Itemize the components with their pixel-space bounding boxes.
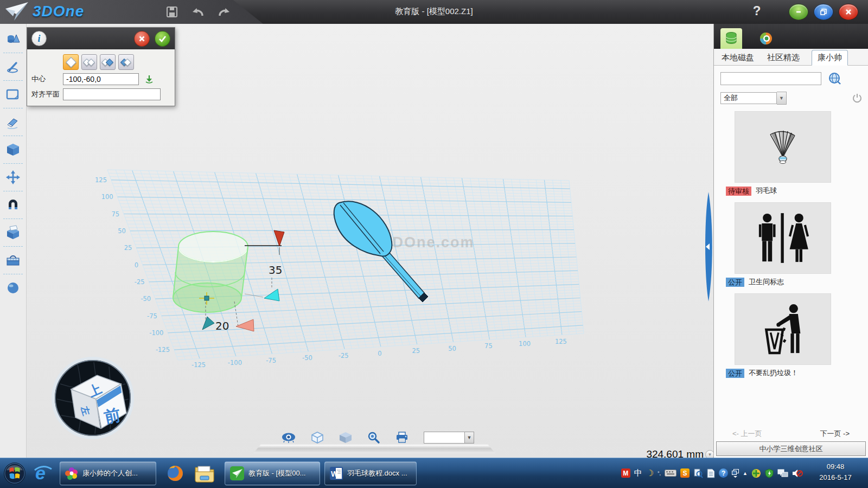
dialog-cancel-button[interactable] — [134, 31, 150, 47]
info-icon: i — [31, 31, 47, 46]
center-input[interactable] — [63, 73, 139, 85]
item-thumbnail-shuttlecock[interactable] — [735, 111, 831, 183]
minimize-button[interactable] — [789, 4, 808, 20]
search-globe-icon[interactable] — [828, 72, 842, 86]
svg-text:0: 0 — [135, 261, 138, 269]
anchor-mode-edge-button[interactable] — [81, 54, 97, 70]
pick-point-icon[interactable] — [144, 74, 154, 84]
tray-shield-icon[interactable] — [765, 468, 774, 478]
community-tab-icon[interactable] — [755, 28, 777, 49]
start-button[interactable] — [3, 462, 26, 485]
dimension-height-value[interactable]: 35 — [269, 264, 282, 277]
shaded-mode-icon[interactable] — [339, 432, 352, 444]
dialog-confirm-button[interactable] — [155, 31, 170, 47]
item-name[interactable]: 羽毛球 — [756, 186, 777, 196]
tray-volume-muted-icon[interactable] — [792, 468, 803, 478]
move-tool-icon[interactable] — [2, 166, 24, 188]
tray-restore-window-icon[interactable] — [732, 469, 739, 478]
display-toolbar: ▼ — [282, 431, 474, 445]
svg-text:-125: -125 — [156, 346, 170, 354]
tray-help-icon[interactable]: ? — [719, 468, 728, 478]
community-site-button[interactable]: 中小学三维创意社区 — [716, 441, 866, 456]
tab-user[interactable]: 康小帅 — [812, 50, 848, 66]
item-thumbnail-restroom[interactable] — [735, 202, 831, 274]
tray-antivirus-icon[interactable] — [751, 468, 761, 478]
sidebar-flyout-handle[interactable] — [700, 190, 714, 304]
tab-local-disk[interactable]: 本地磁盘 — [720, 50, 755, 65]
close-button[interactable] — [839, 4, 858, 20]
sketch-tool-icon[interactable] — [2, 56, 24, 78]
tray-document-icon[interactable] — [707, 468, 715, 478]
tray-ime-icon[interactable]: 中 — [634, 468, 642, 478]
list-item[interactable]: 公开 不要乱扔垃圾！ — [714, 293, 868, 378]
primitives-tool-icon[interactable] — [2, 28, 24, 50]
help-button[interactable]: ? — [749, 3, 765, 18]
view-preset-arrow[interactable]: ▼ — [465, 432, 474, 444]
view-preset-select[interactable]: ▼ — [424, 432, 474, 444]
magnet-tool-icon[interactable] — [2, 194, 24, 216]
view-cube[interactable]: 前 上 左 — [50, 356, 135, 440]
dimension-radius-value[interactable]: 20 — [215, 319, 229, 332]
explorer-folder-icon[interactable] — [193, 462, 216, 485]
render-sphere-tool-icon[interactable] — [2, 277, 24, 299]
zoom-icon[interactable] — [367, 431, 380, 444]
anchor-mode-corner-button[interactable] — [100, 54, 116, 70]
local-library-tab-icon[interactable] — [720, 28, 742, 49]
anchor-mode-point-button[interactable] — [118, 54, 134, 70]
tab-community-featured[interactable]: 社区精选 — [766, 50, 801, 65]
svg-text:-25: -25 — [339, 352, 349, 359]
svg-text:-25: -25 — [135, 278, 145, 286]
item-name[interactable]: 不要乱扔垃圾！ — [749, 368, 798, 378]
taskbar-button-browser-profile[interactable]: 康小帅的个人创... — [60, 461, 156, 485]
wireframe-mode-icon[interactable] — [311, 431, 324, 444]
filter-select[interactable]: 全部 — [720, 92, 777, 104]
sketch-plane-tool-icon[interactable] — [2, 84, 24, 105]
firefox-launcher-icon[interactable] — [164, 462, 187, 485]
ie-launcher-icon[interactable]: e — [31, 462, 54, 485]
radius-handle-cone[interactable] — [202, 317, 214, 330]
taskbar-button-3done[interactable]: 教育版 - [模型00... — [225, 461, 320, 485]
tray-moon-icon[interactable]: ☽ — [646, 468, 654, 478]
item-thumbnail-no-litter[interactable] — [735, 293, 831, 365]
no-litter-sign-image — [749, 299, 817, 359]
tray-degree-icon[interactable]: °, — [658, 471, 661, 476]
sidebar-tabs: 本地磁盘 社区精选 康小帅 — [714, 49, 868, 66]
system-tray: M 中 ☽ °, S ? ▲ — [621, 458, 803, 488]
center-point-marker[interactable] — [205, 296, 209, 300]
watermark: i3DOne.com — [378, 234, 475, 251]
eraser-tool-icon[interactable] — [2, 111, 24, 133]
combine-tool-icon[interactable] — [2, 222, 24, 243]
cylinder-object[interactable] — [173, 232, 248, 312]
restore-button[interactable] — [814, 4, 833, 20]
feature-cube-tool-icon[interactable] — [2, 139, 24, 160]
windows-start-icon — [3, 461, 26, 485]
power-icon[interactable] — [852, 93, 863, 104]
svg-text:25: 25 — [412, 347, 420, 355]
viewport-3d[interactable]: 1251007550250-25-50-75-100-125-125-100-7… — [27, 24, 713, 458]
word-app-icon: W — [329, 466, 343, 480]
print-icon[interactable] — [395, 432, 409, 444]
taskbar-clock[interactable]: 09:48 2016-5-17 — [808, 461, 863, 483]
tray-expand-icon[interactable]: ▲ — [743, 471, 748, 476]
tray-sogou-icon[interactable]: S — [680, 468, 690, 478]
list-item[interactable]: 公开 卫生间标志 — [714, 202, 868, 287]
tray-keyboard-icon[interactable] — [665, 470, 676, 477]
list-item[interactable]: 待审核 羽毛球 — [714, 111, 868, 196]
align-plane-input[interactable] — [63, 88, 161, 100]
view-preset-value[interactable] — [424, 432, 465, 444]
tray-m-icon[interactable]: M — [621, 468, 630, 478]
tray-search-doc-icon[interactable] — [693, 468, 703, 478]
item-name[interactable]: 卫生间标志 — [749, 277, 784, 287]
filter-select-arrow[interactable]: ▼ — [777, 92, 787, 105]
tray-network-icon[interactable] — [777, 469, 788, 478]
anchor-mode-center-button[interactable] — [63, 54, 79, 70]
svg-text:0: 0 — [378, 350, 381, 357]
svg-text:100: 100 — [519, 340, 531, 348]
search-input[interactable] — [720, 72, 821, 85]
prev-page-button[interactable]: <- 上一页 — [732, 429, 762, 439]
taskbar-button-word[interactable]: W 羽毛球教程.docx ... — [324, 461, 417, 485]
measure-tool-icon[interactable] — [2, 249, 24, 271]
dialog-header: i — [27, 28, 175, 49]
visibility-eye-icon[interactable] — [282, 432, 296, 443]
next-page-button[interactable]: 下一页 -> — [820, 429, 850, 439]
